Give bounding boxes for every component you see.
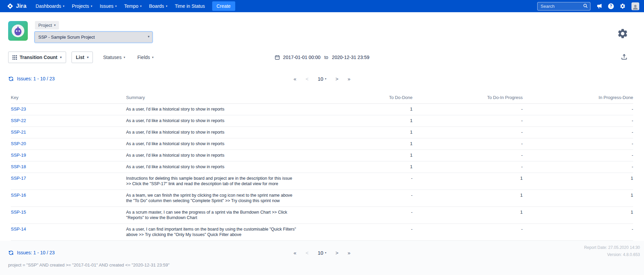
report-settings-gear-icon[interactable] [617, 28, 628, 41]
page-size-value: 10 [318, 76, 323, 81]
nav-item-issues[interactable]: Issues ▾ [96, 0, 120, 12]
footer: Issues: 1 - 10 / 23 « < 10 ▾ > » Report … [0, 241, 644, 275]
date-range-picker[interactable]: 2017-01-01 00:00 to 2020-12-31 23:59 [275, 55, 369, 60]
refresh-icon[interactable] [8, 250, 14, 256]
issue-key-link[interactable]: SSP-21 [11, 130, 26, 135]
column-header-summary[interactable]: Summary [126, 92, 302, 104]
inprogress-done-value: - [523, 127, 633, 138]
jql-query-text: project = "SSP" AND created >= "2017-01-… [0, 262, 644, 268]
issue-summary: As a user, I'd like a historical story t… [126, 127, 302, 138]
chevron-down-icon: ▾ [115, 5, 117, 8]
todo-inprogress-value: 1 [412, 173, 523, 190]
nav-label: Issues [100, 3, 113, 9]
issue-summary: As a user, I can find important items on… [126, 224, 302, 241]
help-icon[interactable]: ? [608, 3, 614, 9]
column-header-key[interactable]: Key [11, 92, 126, 104]
issue-summary: As a user, I'd like a historical story t… [126, 104, 302, 115]
project-select[interactable]: SSP - Sample Scrum Project [35, 32, 152, 42]
nav-item-boards[interactable]: Boards ▾ [145, 0, 171, 12]
inprogress-done-value: 1 [523, 190, 633, 207]
fields-dropdown[interactable]: Fields ▾ [137, 55, 154, 60]
issue-summary: As a user, I'd like a historical story t… [126, 150, 302, 161]
issue-key-link[interactable]: SSP-18 [11, 164, 26, 169]
issue-summary: As a user, I'd like a historical story t… [126, 115, 302, 127]
project-controls: Project ▾ SSP - Sample Scrum Project ▾ [35, 21, 152, 42]
nav-item-projects[interactable]: Projects ▾ [68, 0, 96, 12]
column-header-todo-inprogress[interactable]: To Do-In Progress [412, 92, 523, 104]
grid-icon [13, 55, 17, 60]
inprogress-done-value: 1 [523, 207, 633, 224]
feedback-megaphone-icon[interactable] [596, 3, 602, 9]
table-row: SSP-23 As a user, I'd like a historical … [11, 104, 633, 115]
project-type-label: Project [38, 23, 52, 28]
issue-summary: As a scrum master, I can see the progres… [126, 207, 302, 224]
chevron-down-icon: ▾ [166, 5, 167, 8]
todo-done-value: 1 [302, 127, 412, 138]
todo-inprogress-value: - [412, 161, 523, 173]
issues-row-bottom: Issues: 1 - 10 / 23 « < 10 ▾ > » Report … [0, 247, 644, 258]
issue-key-link[interactable]: SSP-17 [11, 176, 26, 181]
pagination-prev[interactable]: < [305, 76, 308, 81]
nav-item-tempo[interactable]: Tempo ▾ [120, 0, 145, 12]
create-button[interactable]: Create [212, 1, 235, 11]
project-type-button[interactable]: Project ▾ [35, 21, 59, 30]
pagination-first[interactable]: « [294, 250, 296, 255]
date-from: 2017-01-01 00:00 [283, 55, 321, 60]
table-row: SSP-19 As a user, I'd like a historical … [11, 150, 633, 161]
page-size-dropdown[interactable]: 10 ▾ [318, 76, 326, 81]
todo-inprogress-value: - [412, 127, 523, 138]
issue-key-link[interactable]: SSP-15 [11, 210, 26, 215]
page-size-dropdown[interactable]: 10 ▾ [318, 250, 326, 255]
project-select-wrap: SSP - Sample Scrum Project ▾ [35, 32, 152, 42]
issue-key-link[interactable]: SSP-20 [11, 141, 26, 146]
issues-table: Key Summary To Do-Done To Do-In Progress… [11, 92, 633, 241]
pagination-last[interactable]: » [348, 250, 350, 255]
search-icon [583, 3, 588, 10]
chevron-down-icon: ▾ [54, 24, 56, 27]
pagination-prev[interactable]: < [305, 250, 308, 255]
calendar-icon [275, 55, 280, 60]
inprogress-done-value: - [523, 115, 633, 127]
settings-gear-icon[interactable] [620, 3, 626, 9]
todo-done-value: 1 [302, 150, 412, 161]
todo-done-value: 1 [302, 138, 412, 150]
nav-item-time-in-status[interactable]: Time in Status [171, 0, 209, 12]
nav-label: Projects [72, 3, 89, 9]
plugin-version: Version: 4.8.0.653 [584, 251, 640, 258]
pagination-first[interactable]: « [294, 76, 296, 81]
statuses-dropdown[interactable]: Statuses ▾ [103, 55, 125, 60]
navbar-right: ? [537, 2, 639, 11]
nav-item-dashboards[interactable]: Dashboards ▾ [32, 0, 68, 12]
pagination-top: « < 10 ▾ > » [294, 76, 350, 81]
view-mode-dropdown[interactable]: List ▾ [72, 52, 93, 63]
user-avatar[interactable] [631, 2, 639, 10]
project-avatar[interactable] [8, 21, 28, 41]
report-type-dropdown[interactable]: Transition Count ▾ [8, 52, 66, 63]
issue-summary: As a user, I'd like a historical story t… [126, 138, 302, 150]
issue-key-link[interactable]: SSP-19 [11, 153, 26, 158]
table-row: SSP-18 As a user, I'd like a historical … [11, 161, 633, 173]
issue-key-link[interactable]: SSP-16 [11, 193, 26, 198]
export-icon[interactable] [621, 53, 628, 62]
todo-inprogress-value: - [412, 104, 523, 115]
search-input[interactable] [537, 2, 590, 11]
jira-logo[interactable]: Jira [7, 3, 26, 9]
refresh-icon[interactable] [8, 76, 14, 82]
pagination-last[interactable]: » [348, 76, 350, 81]
jira-logo-icon [7, 3, 14, 9]
nav-label: Tempo [124, 3, 138, 9]
search-container [537, 2, 590, 11]
issue-key-link[interactable]: SSP-14 [11, 227, 26, 232]
chevron-down-icon: ▾ [325, 251, 326, 254]
nav-label: Boards [149, 3, 164, 9]
todo-done-value: - [302, 173, 412, 190]
pagination-next[interactable]: > [336, 250, 339, 255]
issue-key-link[interactable]: SSP-22 [11, 118, 26, 123]
column-header-todo-done[interactable]: To Do-Done [302, 92, 412, 104]
report-toolbar: Transition Count ▾ List ▾ Statuses ▾ Fie… [8, 51, 636, 64]
pagination-next[interactable]: > [336, 76, 339, 81]
issue-key-link[interactable]: SSP-23 [11, 106, 26, 112]
table-row: SSP-21 As a user, I'd like a historical … [11, 127, 633, 138]
column-header-inprogress-done[interactable]: In Progress-Done [523, 92, 633, 104]
inprogress-done-value: - [523, 104, 633, 115]
